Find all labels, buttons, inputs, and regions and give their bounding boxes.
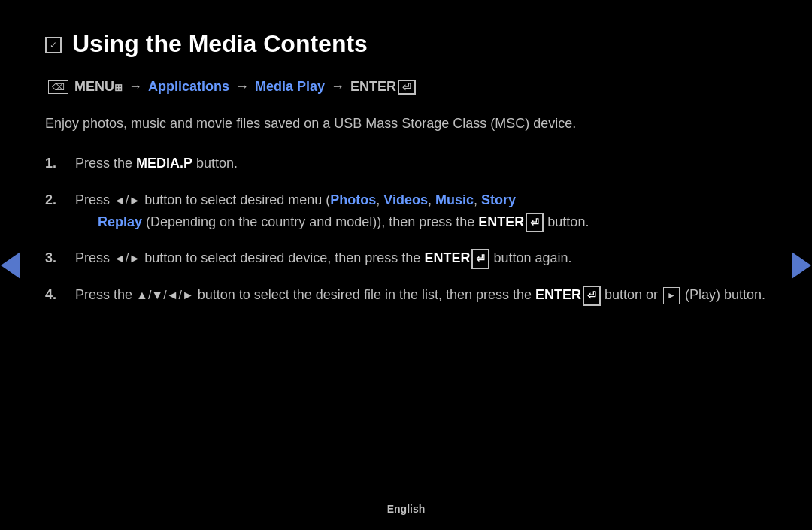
- footer-language: English: [387, 503, 426, 515]
- arrow-2: →: [235, 79, 249, 95]
- photos-link: Photos: [330, 192, 376, 207]
- step-1: 1. Press the MEDIA.P button.: [45, 153, 767, 174]
- left-arrow-icon: [1, 252, 20, 279]
- dir-arrows-4: ▲/▼/◄/►: [136, 289, 194, 301]
- menu-path: ⌫ MENU⊞ → Applications → Media Play → EN…: [45, 79, 767, 95]
- enter-bold-4: ENTER⏎: [535, 287, 601, 302]
- step-2-content: Press ◄/► button to select desired menu …: [75, 189, 767, 233]
- step-2: 2. Press ◄/► button to select desired me…: [45, 189, 767, 233]
- footer: English: [0, 503, 812, 515]
- dir-arrows-3: ◄/►: [114, 252, 141, 265]
- description-text: Enjoy photos, music and movie files save…: [45, 113, 767, 135]
- media-p-label: MEDIA.P: [136, 156, 192, 171]
- step-4: 4. Press the ▲/▼/◄/► button to select th…: [45, 284, 767, 306]
- media-play-link[interactable]: Media Play: [255, 79, 325, 95]
- nav-arrow-left[interactable]: [0, 247, 21, 284]
- enter-bold-3: ENTER⏎: [424, 250, 489, 265]
- nav-arrow-right[interactable]: [791, 247, 812, 284]
- step-3-content: Press ◄/► button to select desired devic…: [75, 247, 767, 269]
- enter-key: ENTER⏎: [350, 79, 416, 95]
- step-4-content: Press the ▲/▼/◄/► button to select the d…: [75, 284, 767, 306]
- dir-arrows-2: ◄/►: [114, 194, 141, 207]
- enter-symbol-2: ⏎: [526, 213, 544, 232]
- remote-icon: ⌫: [48, 80, 68, 94]
- page-title: Using the Media Contents: [72, 30, 368, 58]
- step-2-number: 2.: [45, 189, 63, 233]
- remote-menu-icon: ⌫: [48, 80, 68, 94]
- enter-symbol: ⏎: [398, 80, 416, 95]
- applications-link[interactable]: Applications: [148, 79, 229, 95]
- step-1-number: 1.: [45, 153, 63, 174]
- step-4-number: 4.: [45, 284, 63, 306]
- step-3-number: 3.: [45, 247, 63, 269]
- page-title-container: ✓ Using the Media Contents: [45, 30, 767, 58]
- main-content: ✓ Using the Media Contents ⌫ MENU⊞ → App…: [45, 30, 767, 500]
- step-1-content: Press the MEDIA.P button.: [75, 153, 767, 174]
- arrow-1: →: [129, 79, 142, 95]
- menu-label: MENU⊞: [74, 79, 123, 95]
- checkbox-icon: ✓: [45, 37, 62, 53]
- play-icon: ►: [663, 287, 680, 304]
- enter-symbol-4: ⏎: [583, 286, 601, 305]
- videos-link: Videos: [383, 192, 428, 207]
- enter-symbol-3: ⏎: [471, 249, 489, 268]
- enter-bold-2: ENTER⏎: [478, 214, 544, 229]
- arrow-3: →: [331, 79, 344, 95]
- step-3: 3. Press ◄/► button to select desired de…: [45, 247, 767, 269]
- music-link: Music: [435, 192, 474, 207]
- steps-list: 1. Press the MEDIA.P button. 2. Press ◄/…: [45, 153, 767, 306]
- right-arrow-icon: [792, 252, 811, 279]
